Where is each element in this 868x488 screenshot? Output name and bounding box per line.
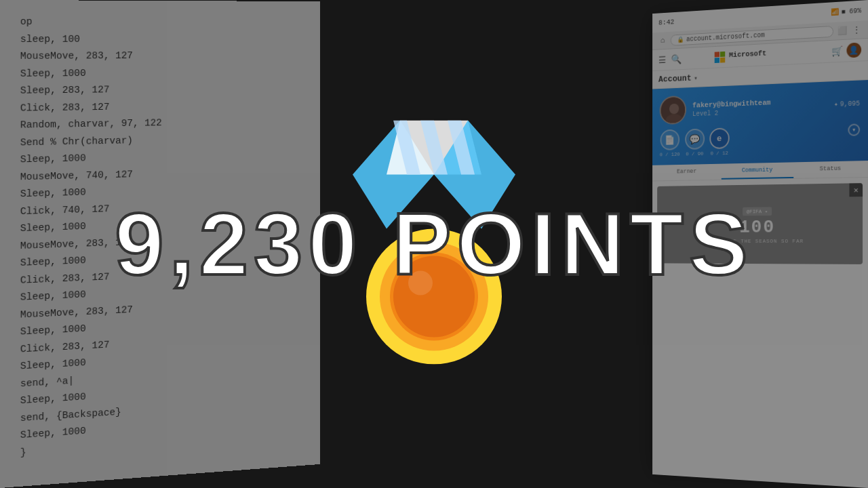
points-display: 9,230 POINTS — [115, 193, 753, 295]
